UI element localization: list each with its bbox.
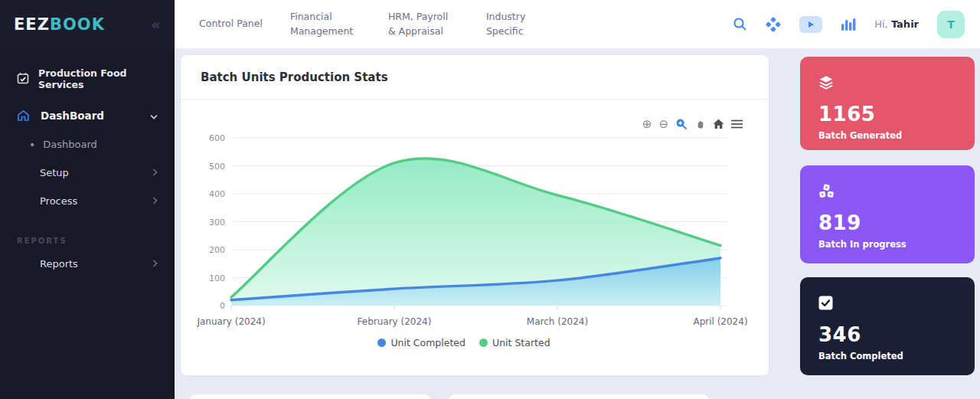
chevron-right-icon bbox=[152, 195, 158, 207]
user-greeting: Hi, Tahir bbox=[874, 18, 919, 30]
svg-text:300: 300 bbox=[209, 217, 225, 227]
svg-text:April (2024): April (2024) bbox=[693, 316, 747, 327]
company-name: Production Food Services bbox=[38, 67, 158, 90]
svg-text:100: 100 bbox=[209, 273, 225, 283]
stat-card-batch-in-progress: 819 Batch In progress bbox=[800, 165, 975, 263]
sidebar-company: Production Food Services bbox=[0, 49, 175, 98]
topbar-nav: Control Panel Financial Management HRM, … bbox=[175, 10, 557, 39]
logo-row: EEZBOOK « bbox=[0, 0, 175, 49]
stat-value: 346 bbox=[818, 323, 956, 346]
chart-toolbar: ⊕ ⊖ bbox=[642, 118, 743, 130]
chart-body: ⊕ ⊖ 0100200300400500600January (2024)Feb… bbox=[181, 100, 769, 375]
legend-item[interactable]: Unit Completed bbox=[377, 337, 466, 348]
bottom-card-left bbox=[190, 394, 430, 399]
svg-text:March (2024): March (2024) bbox=[527, 316, 588, 327]
chevron-down-icon bbox=[150, 110, 158, 122]
sidebar-collapse-icon[interactable]: « bbox=[151, 15, 161, 34]
brand-part1: EEZ bbox=[14, 15, 50, 34]
bar-chart-icon[interactable] bbox=[841, 17, 856, 31]
sidebar-item-process[interactable]: Process bbox=[0, 187, 175, 215]
home-icon bbox=[17, 110, 30, 122]
zoom-in-icon[interactable]: ⊕ bbox=[642, 119, 652, 130]
sidebar-item-label: Reports bbox=[40, 258, 78, 270]
svg-text:500: 500 bbox=[209, 162, 225, 172]
app-root: EEZBOOK « Production Food Services DashB… bbox=[0, 0, 980, 399]
reset-home-icon[interactable] bbox=[713, 119, 724, 129]
legend-item[interactable]: Unit Started bbox=[479, 337, 550, 348]
sidebar-item-label: Setup bbox=[40, 167, 69, 178]
stat-label: Batch Generated bbox=[818, 130, 956, 141]
production-stats-card: Batch Units Production Stats ⊕ ⊖ 01002 bbox=[181, 55, 769, 375]
chart-card-header: Batch Units Production Stats bbox=[181, 55, 769, 100]
sidebar-item-reports[interactable]: Reports bbox=[0, 250, 175, 278]
chevron-right-icon bbox=[152, 258, 158, 270]
svg-text:200: 200 bbox=[209, 245, 225, 255]
cubes-icon bbox=[818, 184, 956, 201]
selection-zoom-icon[interactable] bbox=[675, 118, 688, 130]
svg-text:600: 600 bbox=[209, 133, 225, 143]
stat-label: Batch Completed bbox=[818, 351, 956, 361]
nav-control-panel[interactable]: Control Panel bbox=[199, 17, 263, 31]
zoom-out-icon[interactable]: ⊖ bbox=[658, 119, 668, 130]
sidebar-item-label: Process bbox=[40, 195, 77, 207]
avatar[interactable]: T bbox=[937, 11, 965, 38]
sidebar-item-label: DashBoard bbox=[41, 110, 104, 122]
svg-text:400: 400 bbox=[209, 189, 225, 199]
bullet-icon: • bbox=[29, 139, 35, 150]
sidebar-item-setup[interactable]: Setup bbox=[0, 159, 175, 187]
legend-label: Unit Completed bbox=[390, 337, 466, 348]
stat-value: 819 bbox=[818, 211, 956, 234]
layers-icon bbox=[818, 75, 956, 92]
stat-value: 1165 bbox=[818, 103, 956, 126]
svg-text:0: 0 bbox=[220, 301, 225, 311]
menu-icon[interactable] bbox=[731, 119, 743, 129]
brand-part2: BOOK bbox=[50, 15, 105, 34]
nav-hrm-payroll[interactable]: HRM, Payroll & Appraisal bbox=[388, 10, 459, 39]
video-play-icon[interactable] bbox=[799, 16, 822, 33]
legend-dot-icon bbox=[377, 338, 386, 347]
svg-text:February (2024): February (2024) bbox=[358, 316, 432, 327]
legend-dot-icon bbox=[479, 338, 488, 347]
brand-logo[interactable]: EEZBOOK bbox=[14, 15, 105, 34]
sidebar-subitem-label: Dashboard bbox=[43, 139, 97, 150]
nav-industry-specific[interactable]: Industry Specific bbox=[486, 10, 557, 39]
checkbox-icon bbox=[818, 296, 956, 312]
svg-text:January (2024): January (2024) bbox=[196, 316, 265, 327]
production-stats-chart[interactable]: 0100200300400500600January (2024)Februar… bbox=[181, 119, 747, 334]
search-icon[interactable] bbox=[733, 17, 747, 31]
sidebar-section-reports: REPORTS bbox=[0, 215, 175, 250]
chart-legend: Unit CompletedUnit Started bbox=[181, 337, 747, 348]
nav-financial-management[interactable]: Financial Management bbox=[290, 10, 361, 39]
chart-title: Batch Units Production Stats bbox=[201, 70, 388, 84]
user-name: Tahir bbox=[891, 18, 919, 30]
stat-card-batch-generated: 1165 Batch Generated bbox=[800, 57, 975, 150]
bottom-card-right bbox=[449, 394, 709, 399]
topbar-actions: Hi, Tahir T bbox=[733, 11, 980, 38]
calendar-check-icon bbox=[17, 72, 29, 87]
stat-card-batch-completed: 346 Batch Completed bbox=[800, 277, 975, 375]
sidebar-item-dashboard-parent[interactable]: DashBoard bbox=[0, 101, 175, 130]
pan-icon[interactable] bbox=[694, 119, 706, 130]
apps-diamond-icon[interactable] bbox=[766, 17, 781, 32]
sidebar-item-dashboard-child[interactable]: • Dashboard bbox=[0, 130, 175, 159]
legend-label: Unit Started bbox=[492, 337, 550, 348]
greeting-prefix: Hi, bbox=[874, 18, 888, 30]
topbar: Control Panel Financial Management HRM, … bbox=[175, 0, 980, 49]
chevron-right-icon bbox=[152, 167, 158, 178]
stat-label: Batch In progress bbox=[818, 239, 956, 250]
sidebar: EEZBOOK « Production Food Services DashB… bbox=[0, 0, 175, 399]
